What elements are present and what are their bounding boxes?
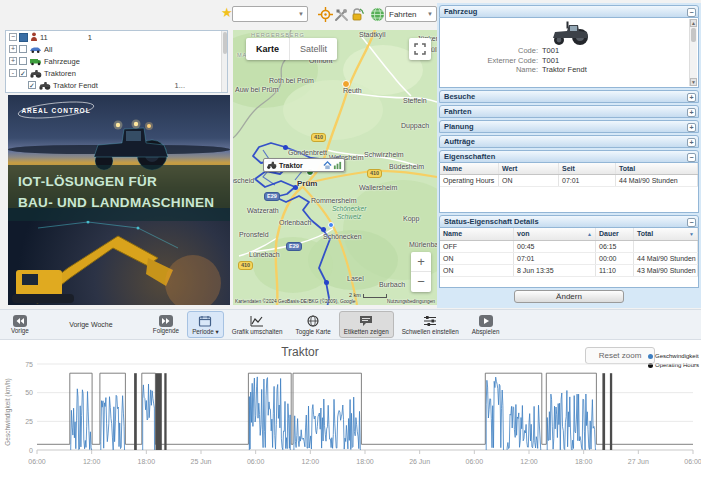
expand-toggle-icon[interactable]: +: [9, 57, 17, 65]
x-tick-label: 18:00: [138, 458, 156, 465]
column-header-seit[interactable]: Seit: [559, 163, 616, 174]
section-header-fahrzeug[interactable]: Fahrzeug −: [439, 5, 699, 18]
expand-icon[interactable]: +: [687, 138, 696, 147]
activity-chart-section: Traktor Reset zoom GeschwindigkeitOperat…: [0, 340, 701, 481]
x-tick-label: 06:00: [247, 458, 265, 465]
collapse-icon[interactable]: −: [687, 218, 696, 227]
table-row[interactable]: ON8 Jun 13:3511:1043 Mal/90 Stunden: [440, 265, 698, 277]
grafik-umschalten-button[interactable]: Grafik umschalten: [227, 311, 288, 338]
column-header-von[interactable]: von ▲: [514, 228, 596, 240]
table-cell: [634, 241, 698, 252]
x-tick-label: 27 Jun: [628, 458, 649, 465]
map-type-karte-button[interactable]: Karte: [246, 38, 289, 60]
column-header-total[interactable]: Total: [616, 163, 698, 174]
periode-button[interactable]: Periode ▾: [187, 311, 224, 338]
tree-item-fahrzeuge[interactable]: +Fahrzeuge: [6, 55, 227, 67]
toggle-karte-button[interactable]: Toggle Karte: [291, 311, 336, 338]
expand-icon[interactable]: +: [687, 108, 696, 117]
arrow-marker-icon[interactable]: [321, 227, 326, 232]
tree-item-traktoren[interactable]: -✓Traktoren: [6, 67, 227, 79]
collapse-icon[interactable]: −: [687, 8, 696, 17]
home-icon[interactable]: [323, 161, 332, 170]
tree-item-all[interactable]: +All: [6, 43, 227, 55]
vehicle-field-row: Name:Traktor Fendt: [440, 65, 698, 75]
arrow-marker-icon[interactable]: [293, 185, 298, 190]
expand-icon[interactable]: +: [687, 93, 696, 102]
vehicle-thumbnail: [547, 20, 591, 46]
scroll-up-icon[interactable]: ▲: [690, 19, 697, 27]
table-cell: 11:10: [596, 265, 634, 276]
vehicle-panel-scrollbar[interactable]: ▲ ▼: [689, 19, 697, 86]
table-cell: ON: [440, 253, 514, 264]
expand-toggle-icon[interactable]: -: [9, 69, 17, 77]
x-tick-label: 18:00: [356, 458, 374, 465]
tree-item-traktor-fendt[interactable]: ✓Traktor Fendt1...: [6, 79, 227, 91]
vehicle-detail-panel: Fahrzeug − Code:T001Externer Code:T001Na…: [437, 3, 701, 308]
zoom-in-button[interactable]: +: [411, 252, 431, 272]
expand-icon[interactable]: +: [687, 123, 696, 132]
etiketten-zeigen-button[interactable]: Etiketten zeigen: [339, 311, 394, 338]
tools-icon[interactable]: [334, 7, 349, 22]
previous-button[interactable]: Vorige: [6, 311, 34, 338]
tree-checkbox[interactable]: ✓: [19, 69, 27, 77]
tree-checkbox[interactable]: ✓: [28, 81, 36, 89]
favorite-star-icon[interactable]: ★: [221, 5, 233, 20]
table-row[interactable]: Operating HoursON07:0144 Mal/90 Stunden: [440, 175, 698, 187]
pin-blue-icon[interactable]: [328, 222, 334, 228]
tree-item-label: All: [44, 45, 52, 54]
section-header-status-details[interactable]: Status-Eigenschaft Details −: [439, 215, 699, 228]
table-row[interactable]: ON07:0100:0044 Mal/90 Stunden: [440, 253, 698, 265]
map-canvas[interactable]: HERGERSBERGMANDERFELDStadtkyllJünkerathS…: [233, 30, 437, 305]
aendern-button[interactable]: Ändern: [514, 290, 624, 303]
column-header-name[interactable]: Name: [440, 163, 499, 174]
table-cell: 06:15: [596, 241, 634, 252]
arrow-marker-icon[interactable]: [324, 280, 329, 285]
x-tick-label: 06:00: [466, 458, 484, 465]
collapse-toggle-icon[interactable]: −: [9, 33, 17, 41]
collapse-icon[interactable]: −: [687, 153, 696, 162]
next-button[interactable]: Folgende: [148, 311, 184, 338]
column-header-name[interactable]: Name: [440, 228, 514, 240]
map-scale: 2 km: [349, 292, 387, 298]
terms-link[interactable]: Nutzungsbedingungen: [387, 299, 435, 304]
abspielen-button[interactable]: Abspielen: [467, 311, 505, 338]
column-header-total[interactable]: Total▼: [634, 228, 698, 240]
tree-scrollbar[interactable]: [221, 31, 227, 92]
tree-checkbox[interactable]: [19, 45, 27, 53]
section-header-eigenschaften[interactable]: Eigenschaften −: [439, 150, 699, 163]
fullscreen-button[interactable]: [409, 38, 431, 60]
scroll-down-icon[interactable]: ▼: [690, 78, 697, 86]
table-row[interactable]: OFF00:4506:15: [440, 241, 698, 253]
playback-toolbar: Vorige Vorige Woche Folgende Periode ▾Gr…: [0, 309, 701, 340]
column-header-wert[interactable]: Wert: [499, 163, 559, 174]
column-menu-icon[interactable]: ▼: [689, 230, 694, 238]
arrow-marker-icon[interactable]: [283, 145, 288, 150]
chart-bars-icon[interactable]: [333, 161, 342, 170]
mode-select[interactable]: Fahrten▼: [385, 6, 437, 22]
activity-chart[interactable]: 025507506:0012:0018:0025 Jun06:0012:0018…: [0, 354, 701, 481]
tree-root-item[interactable]: −111: [6, 31, 227, 43]
event-bar: [134, 373, 137, 450]
expand-toggle-icon[interactable]: +: [9, 45, 17, 53]
map-attribution: Kartendaten ©2024 GeoBasis-DE/BKG (©2009…: [233, 299, 437, 304]
unlock-icon[interactable]: [350, 7, 365, 22]
vehicle-filter-select[interactable]: ▼: [232, 6, 308, 22]
rewind-icon: [13, 315, 27, 327]
tree-checkbox[interactable]: [19, 57, 27, 65]
vehicle-map-tooltip[interactable]: Traktor: [263, 158, 345, 172]
dot-orange-icon[interactable]: [342, 80, 350, 88]
map-type-satellit-button[interactable]: Satellit: [289, 38, 337, 60]
section-header-besuche[interactable]: Besuche+: [439, 90, 699, 103]
locate-icon[interactable]: [318, 7, 333, 22]
section-header-planung[interactable]: Planung+: [439, 120, 699, 133]
globe-green-icon[interactable]: [370, 7, 385, 22]
schwellen-einstellen-button[interactable]: Schwellen einstellen: [397, 311, 464, 338]
map-zoom-control: + −: [411, 252, 431, 292]
zoom-out-button[interactable]: −: [411, 272, 431, 292]
promo-caption: IOT-LÖSUNGEN FÜR BAU- UND LANDMASCHINEN: [8, 165, 230, 221]
section-header-aufträge[interactable]: Aufträge+: [439, 135, 699, 148]
column-header-dauer[interactable]: Dauer: [596, 228, 634, 240]
period-range-label: Vorige Woche: [37, 321, 145, 328]
section-header-fahrten[interactable]: Fahrten+: [439, 105, 699, 118]
person-icon: [30, 32, 38, 42]
